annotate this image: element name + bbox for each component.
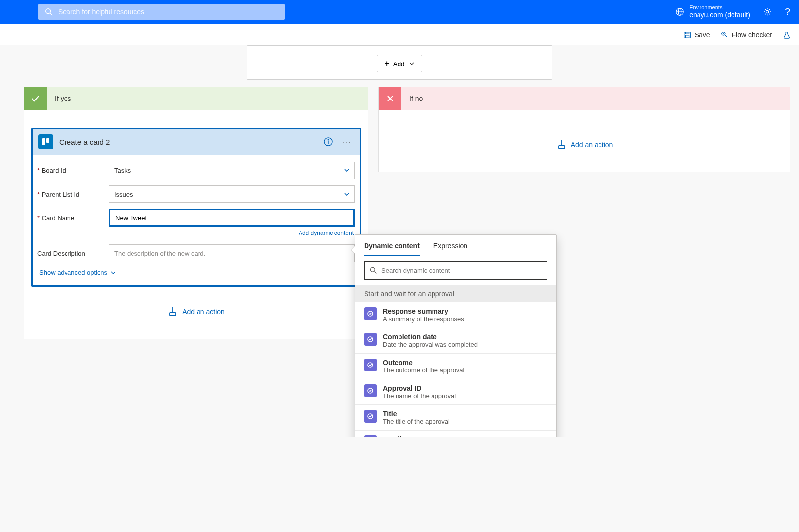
- svg-point-25: [370, 267, 375, 272]
- svg-rect-7: [685, 32, 689, 34]
- svg-point-14: [328, 139, 329, 140]
- add-dynamic-content-link[interactable]: Add dynamic content: [37, 230, 354, 236]
- search-icon: [369, 266, 377, 274]
- approval-icon: [364, 359, 377, 371]
- card-name-row: Card Name: [37, 206, 355, 230]
- svg-rect-11: [46, 138, 49, 143]
- dynamic-content-item[interactable]: Completion dateDate the approval was com…: [355, 328, 556, 354]
- svg-rect-6: [684, 32, 690, 38]
- if-yes-title: If yes: [47, 87, 368, 110]
- chevron-down-icon: [343, 191, 350, 198]
- dynamic-content-item[interactable]: DetailsAdditional details about the requ…: [355, 431, 556, 437]
- test-icon[interactable]: [782, 31, 791, 39]
- close-icon: [379, 87, 401, 110]
- show-advanced-options[interactable]: Show advanced options: [37, 265, 118, 278]
- dynamic-content-search-input[interactable]: [381, 267, 542, 274]
- condition-card: + Add: [247, 45, 552, 80]
- card-name-input[interactable]: [115, 214, 348, 222]
- dynamic-content-item[interactable]: Response summaryA summary of the respons…: [355, 302, 556, 328]
- gear-icon[interactable]: [763, 7, 772, 16]
- more-icon[interactable]: ···: [341, 136, 354, 148]
- approval-icon: [364, 384, 377, 397]
- dynamic-content-popover: Dynamic content Expression Start and wai…: [355, 234, 557, 437]
- dynamic-content-list: Response summaryA summary of the respons…: [355, 302, 556, 437]
- chevron-down-icon: [110, 270, 116, 276]
- globe-icon: [675, 7, 684, 16]
- chevron-down-icon: [409, 61, 415, 66]
- insert-icon: [556, 139, 567, 150]
- board-id-label: Board Id: [37, 167, 104, 174]
- command-bar: Save Flow checker: [0, 24, 799, 45]
- svg-line-26: [374, 271, 376, 273]
- card-name-input-wrap: [109, 209, 355, 227]
- dynamic-content-item[interactable]: TitleThe title of the approval: [355, 405, 556, 431]
- env-label: Environments: [689, 4, 750, 11]
- save-button[interactable]: Save: [683, 31, 710, 39]
- svg-line-1: [50, 13, 53, 16]
- action-title: Create a card 2: [59, 138, 315, 146]
- dynamic-content-item[interactable]: Approval IDThe name of the approval: [355, 379, 556, 405]
- board-id-row: Board Id Tasks: [37, 159, 355, 182]
- if-no-branch: If no Add an action: [378, 87, 790, 172]
- if-yes-branch: If yes Create a card 2 ···: [24, 87, 368, 339]
- svg-rect-16: [170, 313, 176, 316]
- insert-icon: [167, 306, 178, 317]
- dynamic-content-item[interactable]: OutcomeThe outcome of the approval: [355, 354, 556, 379]
- svg-point-9: [721, 32, 725, 35]
- create-card-action: Create a card 2 ··· Board Id Tasks: [31, 128, 361, 287]
- card-desc-row: Card Description: [37, 241, 355, 265]
- add-action-no[interactable]: Add an action: [386, 139, 783, 150]
- svg-rect-20: [559, 146, 565, 149]
- global-search-input[interactable]: [58, 8, 279, 16]
- save-icon: [683, 31, 692, 39]
- flow-checker-button[interactable]: Flow checker: [720, 31, 772, 39]
- board-id-select[interactable]: Tasks: [109, 162, 355, 179]
- tab-expression[interactable]: Expression: [433, 242, 467, 256]
- if-no-title: If no: [401, 87, 790, 110]
- approval-icon: [364, 435, 377, 437]
- environment-picker[interactable]: Environments enayu.com (default): [675, 4, 750, 19]
- add-action-yes[interactable]: Add an action: [31, 306, 361, 317]
- flow-canvas: + Add If yes Create a card 2: [0, 45, 799, 437]
- card-desc-input-wrap: [109, 244, 355, 262]
- card-name-label: Card Name: [37, 214, 104, 222]
- parent-list-label: Parent List Id: [37, 191, 104, 198]
- card-desc-input[interactable]: [114, 250, 349, 257]
- parent-list-select[interactable]: Issues: [109, 185, 355, 203]
- dynamic-content-group: Start and wait for an approval: [355, 285, 556, 302]
- parent-list-row: Parent List Id Issues: [37, 182, 355, 206]
- global-search[interactable]: [38, 4, 285, 20]
- svg-rect-8: [685, 35, 689, 37]
- svg-rect-10: [42, 138, 45, 145]
- help-icon[interactable]: ?: [785, 6, 790, 18]
- approval-icon: [364, 410, 377, 423]
- trello-icon: [38, 134, 53, 149]
- approval-icon: [364, 307, 377, 320]
- tab-dynamic-content[interactable]: Dynamic content: [364, 242, 420, 256]
- approval-icon: [364, 333, 377, 346]
- env-value: enayu.com (default): [689, 11, 750, 19]
- check-icon: [24, 87, 47, 110]
- top-bar: Environments enayu.com (default) ?: [0, 0, 799, 24]
- card-desc-label: Card Description: [37, 250, 104, 257]
- action-header[interactable]: Create a card 2 ···: [33, 129, 360, 155]
- search-icon: [44, 7, 53, 16]
- flow-checker-icon: [720, 31, 729, 39]
- svg-point-0: [46, 9, 51, 14]
- add-condition-button[interactable]: + Add: [377, 55, 422, 72]
- plus-icon: +: [384, 59, 389, 68]
- chevron-down-icon: [343, 167, 350, 174]
- dynamic-content-search[interactable]: [364, 261, 547, 280]
- svg-point-5: [766, 10, 768, 13]
- info-icon[interactable]: [321, 135, 335, 149]
